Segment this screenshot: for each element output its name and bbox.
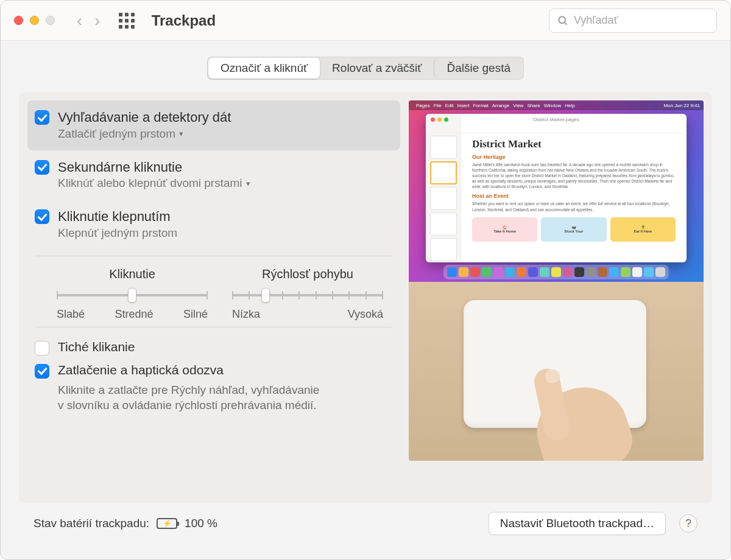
show-all-prefs-button[interactable] (119, 13, 135, 29)
tracking-slider-low: Nízka (232, 308, 260, 321)
help-button[interactable]: ? (679, 514, 697, 533)
click-slider-label: Kliknutie (109, 267, 155, 281)
svg-point-0 (559, 16, 565, 23)
option-silent-label: Tiché klikanie (58, 340, 135, 354)
option-silent-click[interactable]: Tiché klikanie (35, 336, 395, 359)
gesture-preview-video: Pages File Edit Insert Format Arrange Vi… (409, 100, 704, 461)
option-force-label: Zatlačenie a haptická odozva (58, 363, 224, 377)
option-tap-title: Kliknutie klepnutím (58, 208, 177, 225)
tracking-slider[interactable] (232, 287, 383, 303)
svg-line-1 (565, 22, 567, 24)
preview-menubar: Pages File Edit Insert Format Arrange Vi… (409, 100, 704, 110)
option-lookup-title: Vyhľadávanie a detektory dát (58, 109, 231, 126)
search-field[interactable] (549, 9, 717, 33)
preview-desk (409, 282, 704, 461)
click-slider-low: Slabé (57, 308, 85, 321)
option-force-click[interactable]: Zatlačenie a haptická odozva (35, 359, 395, 382)
option-lookup[interactable]: Vyhľadávanie a detektory dát Zatlačiť je… (27, 100, 400, 150)
bottom-options: Tiché klikanie Zatlačenie a haptická odo… (27, 334, 400, 413)
battery-status-label: Stav batérií trackpadu: (34, 517, 149, 530)
option-force-desc: Kliknite a zatlačte pre Rýchly náhľad, v… (58, 382, 395, 413)
checkbox-tap-to-click[interactable] (35, 209, 49, 224)
settings-panel: Vyhľadávanie a detektory dát Zatlačiť je… (19, 92, 712, 503)
option-lookup-sub-dropdown[interactable]: Zatlačiť jedným prstom ▾ (58, 127, 231, 141)
tracking-slider-label: Rýchlosť pohybu (262, 267, 353, 281)
tab-bar: Označiť a kliknúť Rolovať a zväčšiť Ďalš… (207, 57, 524, 80)
window-controls (14, 16, 55, 25)
preview-hand (506, 351, 628, 461)
click-slider[interactable] (57, 287, 208, 303)
back-button[interactable]: ‹ (77, 12, 82, 29)
tab-scroll-zoom[interactable]: Rolovať a zväčšiť (320, 58, 434, 79)
zoom-window-button[interactable] (46, 16, 55, 25)
search-input[interactable] (574, 14, 709, 27)
close-window-button[interactable] (14, 16, 23, 25)
click-slider-group: Kliknutie Slabé Stredné Silné (57, 267, 208, 321)
battery-icon: ⚡ (157, 518, 177, 529)
content-area: Označiť a kliknúť Rolovať a zväčšiť Ďalš… (1, 41, 730, 559)
option-tap-sub: Klepnúť jedným prstom (58, 226, 177, 240)
tab-more-gestures[interactable]: Ďalšie gestá (434, 58, 523, 79)
checkbox-lookup[interactable] (35, 110, 49, 125)
search-icon (557, 15, 569, 27)
option-secondary-title: Sekundárne kliknutie (58, 159, 250, 176)
battery-percent: 100 % (185, 517, 217, 530)
option-secondary-sub-dropdown[interactable]: Kliknúť alebo klepnúť dvomi prstami ▾ (58, 177, 250, 190)
click-slider-mid: Stredné (85, 308, 183, 321)
setup-bluetooth-trackpad-button[interactable]: Nastaviť Bluetooth trackpad… (489, 512, 666, 535)
options-column: Vyhľadávanie a detektory dát Zatlačiť je… (27, 100, 400, 490)
chevron-down-icon: ▾ (179, 129, 183, 138)
click-slider-high: Silné (183, 308, 208, 321)
preview-document-window: District Market.pages District Market Ou… (426, 114, 687, 262)
system-preferences-window: ‹ › Trackpad Označiť a kliknúť Rolovať a… (0, 0, 731, 560)
option-secondary-click[interactable]: Sekundárne kliknutie Kliknúť alebo klepn… (27, 150, 400, 200)
checkbox-silent-click[interactable] (35, 341, 49, 355)
minimize-window-button[interactable] (30, 16, 39, 25)
window-title: Trackpad (152, 12, 216, 29)
tracking-slider-knob[interactable] (261, 288, 270, 303)
preview-screen: Pages File Edit Insert Format Arrange Vi… (409, 100, 704, 282)
preview-dock (443, 265, 669, 279)
tab-point-click[interactable]: Označiť a kliknúť (208, 58, 320, 79)
divider (36, 327, 392, 327)
divider (36, 256, 392, 256)
option-tap-to-click[interactable]: Kliknutie klepnutím Klepnúť jedným prsto… (27, 200, 400, 250)
chevron-down-icon: ▾ (246, 179, 250, 188)
checkbox-force-click[interactable] (35, 364, 49, 379)
titlebar: ‹ › Trackpad (1, 1, 730, 41)
nav-buttons: ‹ › (77, 12, 101, 29)
tracking-slider-high: Vysoká (260, 308, 383, 321)
sliders-row: Kliknutie Slabé Stredné Silné (27, 262, 400, 321)
click-slider-knob[interactable] (128, 288, 136, 303)
footer: Stav batérií trackpadu: ⚡ 100 % Nastaviť… (19, 503, 712, 548)
checkbox-secondary-click[interactable] (35, 160, 49, 175)
forward-button[interactable]: › (94, 12, 100, 29)
preview-doc-title: District Market (472, 138, 676, 150)
tracking-slider-group: Rýchlosť pohybu Nízka Vysoká (232, 267, 383, 321)
